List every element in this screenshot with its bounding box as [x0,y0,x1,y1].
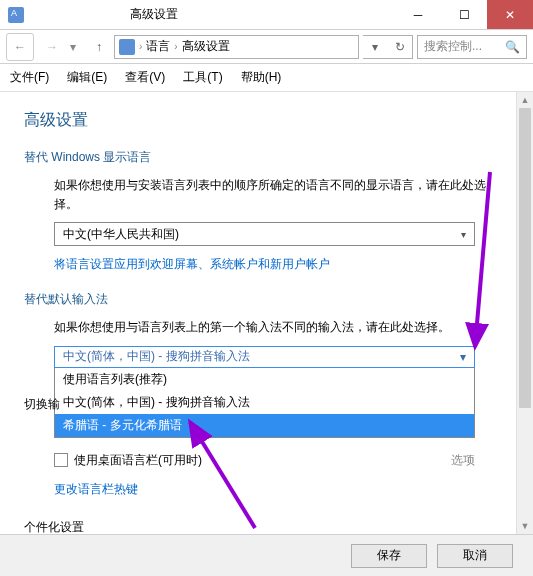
section-input-method-desc: 如果你想使用与语言列表上的第一个输入法不同的输入法，请在此处选择。 [54,318,505,337]
window-title: 高级设置 [32,6,395,23]
nav-history-dropdown[interactable]: ▾ [70,40,84,54]
menu-tools[interactable]: 工具(T) [183,69,222,86]
breadcrumb[interactable]: › 语言 › 高级设置 [114,35,359,59]
page-title: 高级设置 [24,110,505,131]
dropdown-option-greek[interactable]: 希腊语 - 多元化希腊语 [55,414,474,437]
desktop-lang-bar-label: 使用桌面语言栏(可用时) [74,452,202,469]
refresh-button[interactable]: ↻ [388,36,413,58]
scrollbar[interactable]: ▲ ▼ [516,92,533,534]
dropdown-option-recommended[interactable]: 使用语言列表(推荐) [55,368,474,391]
section-input-method-header: 替代默认输入法 [24,291,505,308]
desktop-lang-bar-checkbox[interactable] [54,453,68,467]
cancel-button[interactable]: 取消 [437,544,513,568]
nav-forward-button[interactable]: → [38,33,66,61]
save-button[interactable]: 保存 [351,544,427,568]
search-icon: 🔍 [505,40,520,54]
breadcrumb-item-advanced[interactable]: 高级设置 [182,38,230,55]
input-method-combo[interactable]: 中文(简体，中国) - 搜狗拼音输入法 ▾ [54,346,475,368]
menu-file[interactable]: 文件(F) [10,69,49,86]
scroll-thumb[interactable] [519,108,531,408]
change-hotkey-link[interactable]: 更改语言栏热键 [54,481,138,498]
scroll-up-button[interactable]: ▲ [517,92,533,108]
dropdown-option-sogou[interactable]: 中文(简体，中国) - 搜狗拼音输入法 [55,391,474,414]
breadcrumb-dropdown-button[interactable]: ▾ [363,36,388,58]
breadcrumb-item-language[interactable]: 语言 [146,38,170,55]
close-button[interactable]: ✕ [487,0,533,29]
search-placeholder: 搜索控制... [424,38,482,55]
menu-view[interactable]: 查看(V) [125,69,165,86]
chevron-right-icon: › [174,41,177,52]
maximize-button[interactable]: ☐ [441,0,487,29]
minimize-button[interactable]: ─ [395,0,441,29]
scroll-down-button[interactable]: ▼ [517,518,533,534]
input-method-dropdown: 使用语言列表(推荐) 中文(简体，中国) - 搜狗拼音输入法 希腊语 - 多元化… [54,368,475,438]
section-display-language-header: 替代 Windows 显示语言 [24,149,505,166]
nav-up-button[interactable]: ↑ [88,36,110,58]
chevron-right-icon: › [139,41,142,52]
chevron-down-icon: ▾ [461,229,466,240]
section-display-language-desc: 如果你想使用与安装语言列表中的顺序所确定的语言不同的显示语言，请在此处选择。 [54,176,505,214]
display-language-combo[interactable]: 中文(中华人民共和国) ▾ [54,222,475,246]
options-link[interactable]: 选项 [451,452,475,469]
section-switch-input-header: 切换输 [24,396,60,413]
apply-language-link[interactable]: 将语言设置应用到欢迎屏幕、系统帐户和新用户帐户 [54,256,330,273]
app-icon [8,7,24,23]
menu-help[interactable]: 帮助(H) [241,69,282,86]
search-input[interactable]: 搜索控制... 🔍 [417,35,527,59]
nav-back-button[interactable]: ← [6,33,34,61]
display-language-value: 中文(中华人民共和国) [63,226,179,243]
section-personalization-header: 个件化设置 [24,519,84,534]
location-icon [119,39,135,55]
menu-edit[interactable]: 编辑(E) [67,69,107,86]
chevron-down-icon: ▾ [460,350,466,364]
input-method-value: 中文(简体，中国) - 搜狗拼音输入法 [63,348,250,365]
